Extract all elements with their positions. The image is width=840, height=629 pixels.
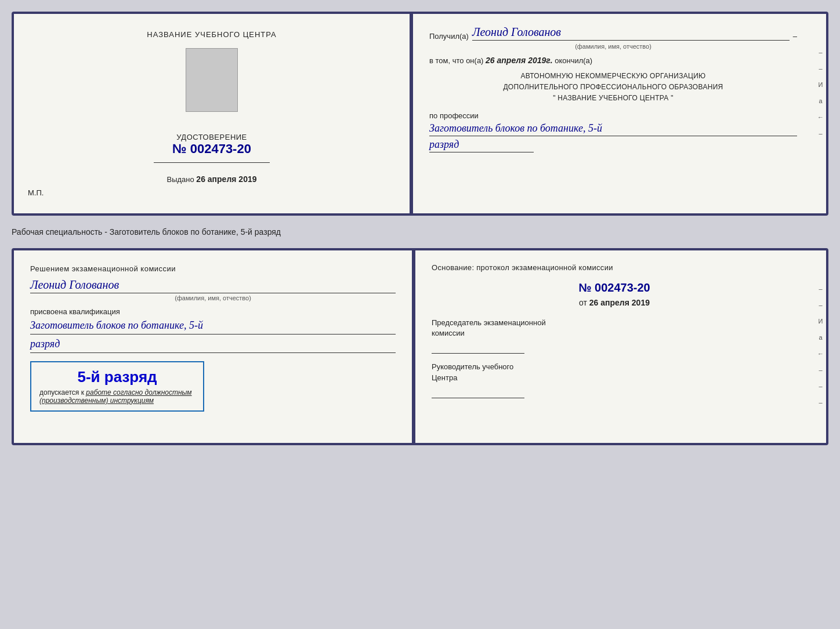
- director-sig-line: [432, 387, 524, 398]
- side-arrow-b: ←: [817, 350, 824, 357]
- razryad-value-top: разряд: [429, 139, 534, 152]
- assigned-text: присвоена квалификация: [30, 307, 396, 316]
- side-dash3: –: [819, 130, 822, 137]
- profession-bottom: Заготовитель блоков по ботанике, 5-й: [30, 318, 396, 335]
- top-center-title: НАЗВАНИЕ УЧЕБНОГО ЦЕНТРА: [147, 30, 276, 39]
- side-dash1: –: [819, 49, 822, 56]
- from-date-value: 26 апреля 2019: [589, 298, 650, 307]
- top-left-half: НАЗВАНИЕ УЧЕБНОГО ЦЕНТРА УДОСТОВЕРЕНИЕ №…: [14, 14, 410, 213]
- top-document: НАЗВАНИЕ УЧЕБНОГО ЦЕНТРА УДОСТОВЕРЕНИЕ №…: [12, 12, 828, 216]
- recipient-name: Леонид Голованов: [472, 26, 790, 41]
- fio-hint-top: (фамилия, имя, отчество): [429, 43, 797, 50]
- photo-placeholder: [186, 48, 238, 112]
- side-dash2: –: [819, 65, 822, 72]
- side-arrow: ←: [817, 114, 824, 121]
- issued-line: Выдано 26 апреля 2019: [166, 174, 256, 184]
- director-signature: Руководитель учебного Центра: [432, 362, 797, 398]
- confirm-date: 26 апреля 2019г.: [486, 56, 552, 65]
- issued-label: Выдано: [166, 175, 194, 184]
- side-markers-top: – – И а ← –: [817, 49, 824, 137]
- basis-title: Основание: протокол экзаменационной коми…: [432, 263, 797, 272]
- chair-label2: комиссии: [432, 329, 465, 337]
- side-dash-b4: –: [819, 383, 822, 390]
- specialty-label: Рабочая специальность - Заготовитель бло…: [12, 225, 828, 239]
- mp-label: М.П.: [28, 188, 44, 197]
- profession-value-top: Заготовитель блоков по ботанике, 5-й: [429, 122, 797, 136]
- recipient-line: Получил(а) Леонид Голованов –: [429, 26, 797, 41]
- fio-hint-bottom: (фамилия, имя, отчество): [30, 294, 396, 301]
- stamp-grade: 5-й разряд: [39, 368, 195, 386]
- person-name-bottom: Леонид Голованов: [30, 278, 396, 293]
- side-dash-b5: –: [819, 399, 822, 406]
- from-date: от 26 апреля 2019: [432, 298, 797, 307]
- side-i: И: [819, 81, 823, 88]
- side-a: а: [819, 97, 822, 104]
- stamp-italic1: работе согласно должностным: [86, 388, 191, 397]
- director-label1: Руководитель учебного: [432, 362, 513, 371]
- director-label2: Центра: [432, 373, 457, 382]
- side-i-b: И: [819, 318, 823, 325]
- top-right-half: Получил(а) Леонид Голованов – (фамилия, …: [413, 14, 826, 213]
- org-line3: " НАЗВАНИЕ УЧЕБНОГО ЦЕНТРА ": [429, 93, 797, 104]
- stamp-prefix: допускается к: [39, 388, 84, 397]
- cert-section: УДОСТОВЕРЕНИЕ № 002473-20: [172, 133, 251, 157]
- stamp-allowed: допускается к работе согласно должностны…: [39, 388, 195, 405]
- org-line2: ДОПОЛНИТЕЛЬНОГО ПРОФЕССИОНАЛЬНОГО ОБРАЗО…: [429, 82, 797, 93]
- bottom-left-half: Решением экзаменационной комиссии Леонид…: [14, 250, 412, 443]
- confirm-line: в том, что он(а) 26 апреля 2019г. окончи…: [429, 56, 797, 65]
- side-dash-b2: –: [819, 301, 822, 308]
- org-block: АВТОНОМНУЮ НЕКОММЕРЧЕСКУЮ ОРГАНИЗАЦИЮ ДО…: [429, 71, 797, 104]
- razryad-bottom: разряд: [30, 337, 396, 353]
- dash-after-name: –: [793, 32, 797, 41]
- from-label: от: [579, 298, 587, 307]
- director-role: Руководитель учебного Центра: [432, 362, 797, 383]
- bottom-document: Решением экзаменационной комиссии Леонид…: [12, 248, 828, 445]
- side-dash-b1: –: [819, 285, 822, 292]
- side-dash-b3: –: [819, 366, 822, 373]
- cert-number: № 002473-20: [172, 141, 251, 157]
- confirm-suffix: окончил(а): [555, 56, 592, 65]
- issued-date: 26 апреля 2019: [196, 174, 256, 184]
- chair-label1: Председатель экзаменационной: [432, 318, 546, 327]
- bottom-right-half: Основание: протокол экзаменационной коми…: [415, 250, 826, 443]
- chair-sig-line: [432, 342, 524, 354]
- stamp-box: 5-й разряд допускается к работе согласно…: [30, 361, 204, 412]
- protocol-number: № 002473-20: [432, 281, 797, 294]
- chair-signature: Председатель экзаменационной комиссии: [432, 318, 797, 354]
- page-container: НАЗВАНИЕ УЧЕБНОГО ЦЕНТРА УДОСТОВЕРЕНИЕ №…: [12, 12, 828, 445]
- profession-label: по профессии: [429, 111, 797, 120]
- confirm-label: в том, что он(а): [429, 56, 483, 65]
- side-markers-bottom: – – И а ← – – –: [817, 285, 824, 406]
- recipient-prefix: Получил(а): [429, 32, 469, 41]
- cert-label: УДОСТОВЕРЕНИЕ: [172, 133, 251, 141]
- chair-role: Председатель экзаменационной комиссии: [432, 318, 797, 339]
- side-a-b: а: [819, 334, 822, 341]
- decision-text: Решением экзаменационной комиссии: [30, 263, 396, 275]
- org-line1: АВТОНОМНУЮ НЕКОММЕРЧЕСКУЮ ОРГАНИЗАЦИЮ: [429, 71, 797, 82]
- stamp-italic2: (производственным) инструкциям: [39, 397, 154, 405]
